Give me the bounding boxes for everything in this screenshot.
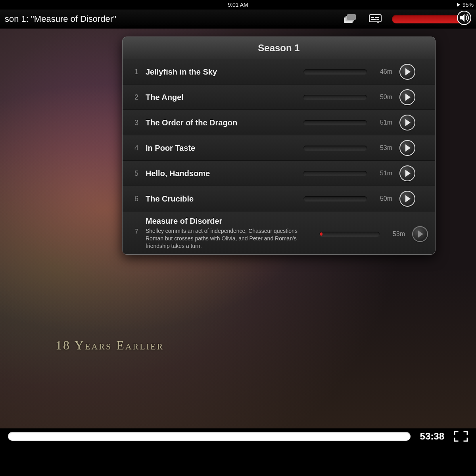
svg-rect-6 (371, 19, 376, 20)
episode-duration: 46m (374, 68, 392, 75)
status-time: 9:01 AM (228, 2, 248, 8)
episode-play-button[interactable] (399, 64, 415, 80)
episode-row[interactable]: 1 Jellyfish in the Sky 46m (123, 59, 435, 84)
episode-number: 7 (130, 228, 138, 236)
episode-progress (303, 120, 367, 125)
episode-progress-fill (320, 232, 322, 236)
episode-progress (303, 146, 367, 150)
svg-rect-5 (375, 17, 379, 18)
episodes-button[interactable] (341, 12, 359, 26)
episode-number: 3 (130, 119, 138, 127)
episode-number: 6 (130, 195, 138, 203)
episode-progress (303, 171, 367, 176)
episode-duration: 53m (387, 230, 405, 238)
episode-play-button[interactable] (399, 165, 415, 181)
episode-duration: 51m (374, 170, 392, 177)
player-top-bar: son 1: "Measure of Disorder" (0, 10, 476, 29)
episode-title: The Order of the Dragon (146, 118, 296, 127)
episode-duration: 50m (374, 195, 392, 202)
svg-rect-2 (347, 14, 356, 20)
episode-number: 1 (130, 68, 138, 76)
episode-title: In Poor Taste (146, 144, 296, 153)
subtitles-icon (369, 14, 382, 24)
play-icon (405, 94, 411, 101)
episode-title: Measure of Disorder (146, 217, 296, 226)
svg-rect-4 (371, 17, 374, 18)
play-icon (405, 68, 411, 75)
episode-number: 2 (130, 93, 138, 102)
scrubber[interactable] (8, 432, 411, 441)
episodes-icon (344, 14, 356, 24)
episode-play-button[interactable] (399, 89, 415, 105)
episode-number: 5 (130, 169, 138, 178)
episode-duration: 53m (374, 144, 392, 152)
player-bottom-bar: 53:38 (0, 424, 476, 448)
popover-header[interactable]: Season 1 (123, 37, 435, 59)
episodes-popover: Season 1 1 Jellyfish in the Sky 46m 2 Th… (122, 36, 436, 255)
episode-duration: 51m (374, 119, 392, 126)
fullscreen-button[interactable] (454, 431, 468, 442)
status-bar: 9:01 AM 95% (0, 0, 476, 10)
episode-number: 4 (130, 144, 138, 152)
episode-play-button[interactable] (399, 140, 415, 156)
svg-marker-8 (377, 22, 379, 23)
svg-rect-7 (376, 19, 379, 20)
episode-play-button[interactable] (412, 226, 428, 242)
status-battery: 95% (463, 2, 474, 8)
episode-title: Hello, Handsome (146, 169, 296, 178)
episode-row[interactable]: 4 In Poor Taste 53m (123, 135, 435, 161)
episode-play-button[interactable] (399, 191, 415, 207)
episode-play-button[interactable] (399, 115, 415, 131)
volume-slider-track[interactable] (392, 15, 471, 23)
popover-arrow-icon (281, 36, 291, 37)
time-remaining: 53:38 (420, 431, 444, 442)
episode-description: Shelley commits an act of independence, … (146, 227, 312, 250)
volume-control[interactable] (392, 15, 471, 23)
episode-row[interactable]: 5 Hello, Handsome 51m (123, 161, 435, 186)
volume-icon (456, 10, 472, 28)
episode-title: Jellyfish in the Sky (146, 67, 296, 77)
video-overlay-text: 18 Years Earlier (56, 338, 164, 353)
episode-progress (303, 95, 367, 100)
episode-progress (319, 232, 380, 236)
episode-duration: 50m (374, 94, 392, 101)
episode-row[interactable]: 2 The Angel 50m (123, 84, 435, 110)
play-icon (405, 119, 411, 126)
play-icon (418, 230, 423, 238)
episode-progress (303, 69, 367, 74)
episode-row[interactable]: 3 The Order of the Dragon 51m (123, 110, 435, 135)
play-icon (405, 144, 411, 152)
episode-list[interactable]: 1 Jellyfish in the Sky 46m 2 The Angel 5… (123, 59, 435, 254)
episode-row-current[interactable]: 7 Measure of Disorder Shelley commits an… (123, 211, 435, 254)
episode-title: The Angel (146, 93, 296, 102)
svg-rect-3 (369, 15, 381, 22)
now-playing-indicator-icon (457, 3, 460, 7)
episode-title: The Crucible (146, 194, 296, 203)
fullscreen-icon (454, 431, 468, 442)
subtitles-button[interactable] (367, 12, 384, 26)
episode-progress (303, 196, 367, 201)
episode-row[interactable]: 6 The Crucible 50m (123, 186, 435, 211)
play-icon (405, 170, 411, 177)
play-icon (405, 195, 411, 202)
now-playing-title: son 1: "Measure of Disorder" (5, 14, 337, 24)
